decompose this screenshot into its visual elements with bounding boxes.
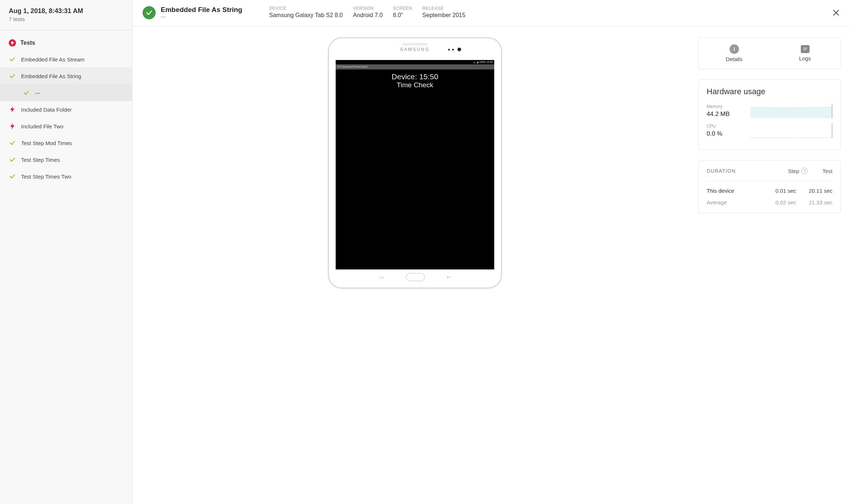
app-titlebar-text: XTCAndroidTimeCheck (337, 65, 368, 68)
svg-rect-8 (803, 49, 807, 49)
right-column: Details Logs Hardware usage Memory 44.2 … (698, 37, 841, 213)
test-item-label: Included File Two (21, 123, 63, 129)
svg-marker-0 (11, 40, 14, 45)
hardware-card: Hardware usage Memory 44.2 MB CPU 0.0 % (698, 79, 841, 150)
home-button-icon (406, 273, 425, 281)
test-item[interactable]: Test Step Times (0, 151, 132, 168)
hardware-title: Hardware usage (707, 87, 832, 96)
lightning-icon (9, 106, 16, 113)
duration-test-value: 20.11 sec (796, 188, 832, 194)
sidebar-header: Aug 1, 2018, 8:43:31 AM 7 tests (0, 7, 132, 31)
statusbar-text: 100% 15:50 (479, 61, 493, 63)
wifi-icon: ⧋ (473, 61, 475, 64)
recent-apps-icon: ▭ (379, 274, 384, 280)
svg-rect-9 (803, 50, 806, 50)
main: Embedded File As String --- DEVICE Samsu… (132, 0, 851, 504)
run-test-count: 7 tests (9, 16, 123, 22)
meta-version: VERSION Android 7.0 (353, 6, 383, 19)
duration-row-this-device: This device 0.01 sec 20.11 sec (707, 181, 832, 194)
svg-marker-1 (10, 107, 15, 113)
duration-card: DURATION Step ? Test This device 0.01 se… (698, 160, 841, 213)
duration-row-label: This device (707, 188, 760, 194)
app-titlebar: XTCAndroidTimeCheck (336, 64, 494, 69)
test-item-label: Embedded File As Stream (21, 56, 84, 63)
logs-icon (801, 45, 810, 53)
memory-value: 44.2 MB (707, 111, 750, 118)
tablet-brand: SAMSUNG (400, 47, 430, 52)
tab-logs[interactable]: Logs (770, 38, 840, 69)
close-button[interactable] (831, 8, 841, 17)
test-list: Embedded File As StreamEmbedded File As … (0, 51, 132, 185)
app-body: Device: 15:50 Time Check (336, 69, 494, 270)
page-title: Embedded File As String (161, 6, 242, 14)
app-line1: Device: 15:50 (336, 72, 494, 81)
test-subitem[interactable]: --- (0, 84, 132, 101)
title-block: Embedded File As String --- (143, 6, 259, 20)
memory-chart (750, 104, 832, 118)
tab-details-label: Details (726, 56, 743, 62)
test-item[interactable]: Test Step Times Two (0, 168, 132, 185)
back-icon: ↩ (447, 274, 451, 280)
tests-label: Tests (20, 40, 35, 46)
meta-screen-label: SCREEN (393, 6, 412, 11)
duration-step-value: 0.01 sec (760, 188, 796, 194)
meta-device-label: DEVICE (269, 6, 343, 11)
tablet-bottom-hardware: ▭ ↩ (379, 270, 451, 284)
meta-release: RELEASE September 2015 (422, 6, 465, 19)
check-icon (23, 89, 30, 96)
cpu-row: CPU 0.0 % (707, 123, 832, 138)
meta-release-value: September 2015 (422, 12, 465, 19)
lightning-icon (9, 123, 16, 129)
duration-row-label: Average (707, 199, 760, 205)
meta-screen: SCREEN 8.0" (393, 6, 412, 19)
speaker-icon (403, 43, 427, 45)
meta-release-label: RELEASE (422, 6, 465, 11)
cpu-chart (750, 123, 832, 138)
page-subtitle: --- (161, 14, 242, 20)
lightning-icon (9, 39, 16, 47)
test-item-label: Test Step Times Two (21, 173, 71, 180)
duration-test-value: 21.33 sec (796, 199, 832, 205)
test-item[interactable]: Embedded File As String (0, 68, 132, 84)
meta-version-value: Android 7.0 (353, 12, 383, 19)
step-label: Step (788, 168, 799, 174)
test-item-label: Embedded File As String (21, 73, 81, 79)
tablet-screen: ⧋ ◢ 100% 15:50 XTCAndroidTimeCheck Devic… (336, 60, 494, 270)
device-preview: SAMSUNG ⧋ ◢ 100% 15:50 XTCAndroidTimeChe… (143, 37, 687, 288)
check-icon (9, 173, 16, 180)
test-item[interactable]: Included File Two (0, 118, 132, 135)
tablet-top-hardware: SAMSUNG (329, 43, 501, 59)
duration-title: DURATION (707, 168, 788, 174)
tabs-card: Details Logs (698, 37, 841, 69)
info-icon (730, 44, 739, 54)
check-icon (9, 156, 16, 163)
meta-screen-value: 8.0" (393, 12, 412, 19)
tablet-frame: SAMSUNG ⧋ ◢ 100% 15:50 XTCAndroidTimeChe… (328, 37, 502, 288)
tests-section-title: Tests (0, 31, 132, 51)
memory-row: Memory 44.2 MB (707, 104, 832, 118)
check-icon (9, 140, 16, 146)
duration-row-average: Average 0.02 sec 21.33 sec (707, 194, 832, 205)
camera-icon (458, 48, 461, 51)
meta-device: DEVICE Samsung Galaxy Tab S2 8.0 (269, 6, 343, 19)
tab-details[interactable]: Details (699, 38, 770, 69)
duration-header: DURATION Step ? Test (707, 168, 832, 181)
svg-point-5 (734, 47, 734, 48)
check-icon (9, 73, 16, 79)
memory-label: Memory (707, 104, 750, 109)
app-line2: Time Check (336, 81, 494, 89)
test-item[interactable]: Included Data Folder (0, 101, 132, 118)
test-item[interactable]: Embedded File As Stream (0, 51, 132, 68)
help-icon[interactable]: ? (801, 168, 808, 174)
svg-rect-6 (734, 49, 734, 51)
svg-rect-7 (803, 48, 807, 48)
run-timestamp: Aug 1, 2018, 8:43:31 AM (9, 7, 123, 15)
test-subitem-label: --- (35, 90, 40, 96)
duration-step-header: Step ? (788, 168, 808, 174)
cpu-value: 0.0 % (707, 130, 750, 137)
sidebar: Aug 1, 2018, 8:43:31 AM 7 tests Tests Em… (0, 0, 132, 504)
test-item[interactable]: Test Step Mod Times (0, 135, 132, 151)
cpu-label: CPU (707, 124, 750, 129)
tab-logs-label: Logs (799, 55, 811, 61)
titles: Embedded File As String --- (161, 6, 242, 20)
